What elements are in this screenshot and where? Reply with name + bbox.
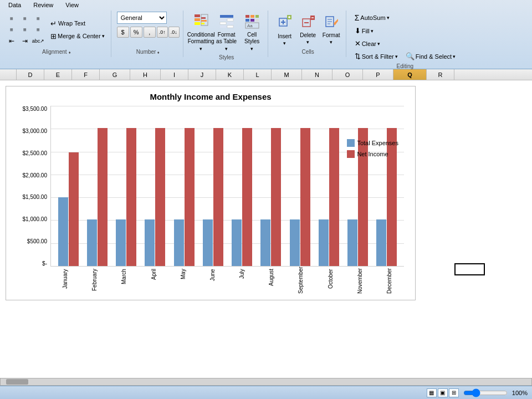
align-right-btn[interactable]: ≡ xyxy=(32,25,44,35)
autosum-button[interactable]: Σ AutoSum ▾ xyxy=(352,12,392,24)
horizontal-scrollbar[interactable] xyxy=(0,378,532,386)
col-header-H[interactable]: H xyxy=(130,69,161,80)
y-label-3500: $3,500.00 xyxy=(23,106,48,112)
orientation-btn[interactable]: abc↗ xyxy=(32,36,44,46)
bar-october xyxy=(314,106,343,266)
fs-dropdown-icon[interactable]: ▾ xyxy=(453,54,456,59)
align-top-center-btn[interactable]: ≡ xyxy=(19,14,31,24)
number-group-label: Number ⬧ xyxy=(136,48,160,56)
cf-dropdown-icon[interactable]: ▾ xyxy=(200,46,202,52)
bar-oct-expenses xyxy=(319,219,329,266)
normal-view-button[interactable]: ▦ xyxy=(427,388,437,397)
align-top-left-btn[interactable]: ≡ xyxy=(6,14,18,24)
ribbon-content: ≡ ≡ ≡ ≡ ≡ ≡ ⇤ ⇥ abc↗ xyxy=(0,9,532,58)
format-button[interactable]: Format ▾ xyxy=(320,13,342,47)
x-label-january: January xyxy=(50,267,80,294)
ft-dropdown-icon[interactable]: ▾ xyxy=(225,46,228,52)
format-dropdown-icon[interactable]: ▾ xyxy=(330,39,332,45)
x-label-april: April xyxy=(139,267,168,294)
increase-decimal-button[interactable]: .0↑ xyxy=(157,27,168,38)
bar-august xyxy=(257,106,285,266)
bar-apr-expenses xyxy=(145,219,155,266)
increase-indent-btn[interactable]: ⇥ xyxy=(19,36,31,46)
col-header-G[interactable]: G xyxy=(100,69,130,80)
scrollbar-thumb[interactable] xyxy=(6,379,28,385)
cs-dropdown-icon[interactable]: ▾ xyxy=(250,46,253,52)
page-break-button[interactable]: ⊞ xyxy=(449,388,459,397)
decrease-decimal-button[interactable]: .0↓ xyxy=(168,27,180,38)
selected-cell-indicator[interactable] xyxy=(454,263,485,275)
conditional-formatting-button[interactable]: Conditional Formatting ▾ xyxy=(189,12,213,53)
col-header-F[interactable]: F xyxy=(72,69,100,80)
align-left-btn[interactable]: ≡ xyxy=(6,25,18,35)
insert-button[interactable]: Insert ▾ xyxy=(274,12,296,48)
find-select-button[interactable]: 🔍 Find & Select ▾ xyxy=(403,50,458,62)
legend-expenses-color xyxy=(347,139,355,147)
col-header-R[interactable]: R xyxy=(427,69,454,80)
legend-income-label: Net Income xyxy=(357,151,388,157)
svg-rect-19 xyxy=(255,19,259,22)
fill-dropdown-icon[interactable]: ▾ xyxy=(371,28,374,34)
dollar-button[interactable]: $ xyxy=(117,27,129,38)
bar-july xyxy=(228,106,257,266)
insert-icon xyxy=(277,14,293,32)
tab-review[interactable]: Review xyxy=(27,0,59,9)
col-header-I[interactable]: I xyxy=(161,69,188,80)
percent-button[interactable]: % xyxy=(130,27,142,38)
bar-aug-income xyxy=(271,128,281,266)
align-center-btn[interactable]: ≡ xyxy=(19,25,31,35)
delete-button[interactable]: Delete ▾ xyxy=(297,13,319,47)
merge-icon: ⊞ xyxy=(50,32,57,40)
col-header-M[interactable]: M xyxy=(272,69,302,80)
comma-button[interactable]: , xyxy=(144,27,156,38)
col-header-O[interactable]: O xyxy=(332,69,363,80)
col-header-J[interactable]: J xyxy=(188,69,216,80)
insert-dropdown-icon[interactable]: ▾ xyxy=(283,40,286,46)
clear-button[interactable]: ✕ Clear ▾ xyxy=(352,38,383,49)
tab-data[interactable]: Data xyxy=(2,0,27,9)
col-header-D[interactable]: D xyxy=(17,69,44,80)
wrap-text-button[interactable]: ↵ Wrap Text xyxy=(48,18,108,29)
tab-view[interactable]: View xyxy=(59,0,85,9)
number-expand-icon[interactable]: ⬧ xyxy=(157,49,160,55)
x-label-march: March xyxy=(109,267,139,294)
bar-sep-income xyxy=(300,128,310,266)
x-label-february: February xyxy=(80,267,109,294)
fill-button[interactable]: ⬇ Fill ▾ xyxy=(352,25,376,37)
x-axis-labels: January February March April May June Ju… xyxy=(50,267,404,294)
chart-area: $3,500.00 $3,000.00 $2,500.00 $2,000.00 … xyxy=(12,106,410,294)
svg-rect-5 xyxy=(201,20,207,22)
bar-sep-expenses xyxy=(290,219,300,266)
alignment-expand-icon[interactable]: ⬧ xyxy=(68,49,71,55)
col-header-Q[interactable]: Q xyxy=(393,69,427,80)
autosum-dropdown-icon[interactable]: ▾ xyxy=(387,15,390,21)
col-header-P[interactable]: P xyxy=(363,69,393,80)
y-axis-labels: $3,500.00 $3,000.00 $2,500.00 $2,000.00 … xyxy=(12,106,49,267)
number-controls: General $ % , .0↑ .0↓ xyxy=(117,12,180,48)
y-label-0: $- xyxy=(42,260,47,267)
col-header-E[interactable]: E xyxy=(44,69,72,80)
page-layout-button[interactable]: ▣ xyxy=(438,388,448,397)
align-top-right-btn[interactable]: ≡ xyxy=(32,14,44,24)
bar-april xyxy=(141,106,170,266)
col-header-K[interactable]: K xyxy=(216,69,244,80)
svg-marker-36 xyxy=(334,19,338,25)
merge-center-button[interactable]: ⊞ Merge & Center ▾ xyxy=(48,30,108,42)
sf-dropdown-icon[interactable]: ▾ xyxy=(395,54,398,59)
col-header-N[interactable]: N xyxy=(302,69,332,80)
delete-dropdown-icon[interactable]: ▾ xyxy=(306,39,309,45)
insert-label: Insert xyxy=(278,33,291,39)
sort-filter-button[interactable]: ⇅ Sort & Filter ▾ xyxy=(352,50,401,62)
bar-may-expenses xyxy=(174,219,184,266)
sort-icon: ⇅ xyxy=(355,52,361,60)
svg-rect-12 xyxy=(220,25,226,28)
zoom-slider[interactable] xyxy=(463,389,508,397)
x-label-september: September xyxy=(286,267,315,294)
cell-styles-button[interactable]: Aa Cell Styles ▾ xyxy=(240,12,264,53)
clear-dropdown-icon[interactable]: ▾ xyxy=(377,41,380,47)
number-format-dropdown[interactable]: General xyxy=(117,12,167,24)
merge-dropdown-icon[interactable]: ▾ xyxy=(102,33,105,39)
col-header-L[interactable]: L xyxy=(244,69,272,80)
format-as-table-button[interactable]: Format as Table ▾ xyxy=(214,12,239,53)
decrease-indent-btn[interactable]: ⇤ xyxy=(6,36,18,46)
